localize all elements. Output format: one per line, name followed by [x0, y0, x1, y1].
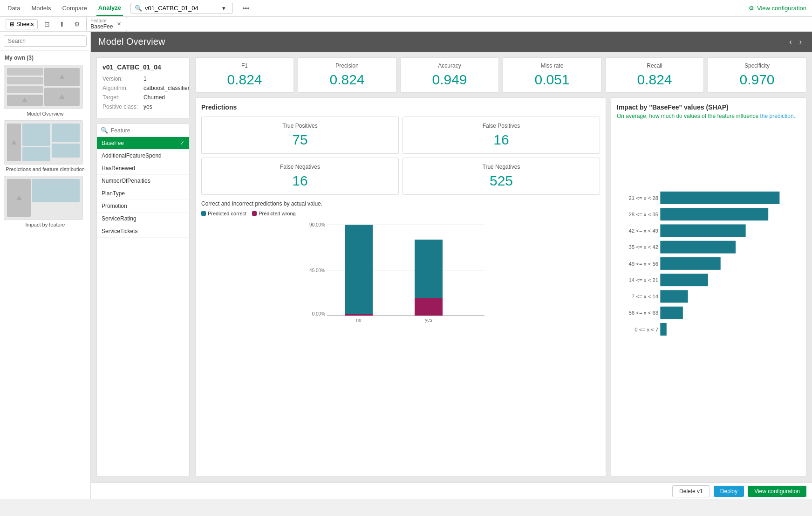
svg-text:56 <= x < 63: 56 <= x < 63	[629, 310, 659, 316]
version-value: 1	[143, 76, 147, 82]
model-search-input[interactable]	[145, 5, 219, 12]
export-button[interactable]: ⬆	[56, 19, 68, 30]
svg-text:no: no	[356, 317, 362, 323]
cm-value: 16	[207, 173, 393, 189]
svg-text:0 <= x < 7: 0 <= x < 7	[635, 327, 658, 332]
metric-label: Precision	[304, 62, 390, 69]
view-config-button[interactable]: View configuration	[748, 486, 806, 497]
info-row-positive-class: Positive class: yes	[102, 103, 184, 110]
sidebar-search[interactable]	[0, 32, 90, 51]
sidebar-items: Model Overview	[0, 63, 90, 499]
nav-analyze[interactable]: Analyze	[96, 0, 123, 16]
left-panel: v01_CATBC_01_04 Version: 1 Algorithm: ca…	[96, 57, 190, 477]
view-config-link[interactable]: ⚙ View configuration	[749, 5, 806, 12]
page-title: Model Overview	[98, 36, 165, 47]
metric-label: F1	[201, 62, 288, 69]
sliders-icon: ⚙	[749, 5, 754, 12]
sidebar-item-impact[interactable]: Impact by feature	[0, 174, 90, 229]
model-name: v01_CATBC_01_04	[102, 63, 184, 71]
thumb-model-overview	[4, 65, 83, 109]
svg-text:0.00%: 0.00%	[312, 311, 325, 316]
metric-value: 0.824	[304, 72, 390, 88]
search-icon: 🔍	[135, 5, 142, 12]
sidebar-section-label: My own (3)	[0, 51, 90, 63]
model-search-bar[interactable]: 🔍 ▾	[130, 3, 233, 14]
legend-label: Predicted wrong	[259, 211, 296, 216]
predictions-panel: Predictions True Positives75False Positi…	[195, 97, 606, 477]
shap-bar	[660, 307, 683, 319]
feature-list-card: 🔍 BaseFee✓AdditionalFeatureSpendHasRenew…	[96, 124, 190, 477]
feature-search[interactable]: 🔍	[97, 124, 189, 137]
svg-rect-8	[345, 314, 373, 316]
sidebar: My own (3)	[0, 32, 91, 499]
feature-item[interactable]: ServiceTickets	[97, 225, 189, 238]
version-label: Version:	[102, 76, 140, 82]
feature-item[interactable]: Promotion	[97, 200, 189, 213]
legend-item: Predicted correct	[201, 211, 246, 216]
thumb-predictions	[4, 120, 83, 165]
target-value: Churned	[143, 94, 165, 101]
feature-item[interactable]: AdditionalFeatureSpend	[97, 150, 189, 162]
shap-bar	[660, 241, 736, 254]
content-area: Model Overview ‹ › v01_CATBC_01_04 Versi…	[91, 32, 812, 499]
grid-icon: ⊞	[10, 21, 14, 28]
delete-button[interactable]: Delete v1	[672, 485, 710, 497]
nav-data[interactable]: Data	[6, 1, 22, 15]
legend-dot	[252, 211, 257, 216]
zoom-fit-button[interactable]: ⊡	[41, 19, 53, 30]
cm-label: False Negatives	[207, 164, 393, 170]
metric-label: Miss rate	[509, 62, 595, 69]
close-tab-button[interactable]: ✕	[115, 20, 123, 28]
feature-search-input[interactable]	[111, 127, 185, 134]
feature-item[interactable]: NumberOfPenalties	[97, 175, 189, 187]
feature-item[interactable]: PlanType	[97, 187, 189, 200]
sidebar-item-model-overview[interactable]: Model Overview	[0, 63, 90, 118]
nav-compare[interactable]: Compare	[60, 1, 89, 15]
sidebar-item-predictions[interactable]: Predictions and feature distribution	[0, 118, 90, 174]
more-options-button[interactable]: •••	[240, 3, 252, 14]
main-layout: My own (3)	[0, 32, 812, 499]
settings-button[interactable]: ⚙	[71, 19, 82, 30]
right-section: F10.824Precision0.824Accuracy0.949Miss r…	[195, 57, 806, 477]
cm-value: 16	[409, 132, 594, 148]
bar-chart: 90.00% 45.00% 0.00%	[201, 220, 600, 323]
metrics-row: F10.824Precision0.824Accuracy0.949Miss r…	[195, 57, 806, 93]
confusion-cell: True Positives75	[201, 117, 399, 154]
algorithm-value: catboost_classifier	[143, 85, 190, 91]
cm-value: 75	[207, 132, 393, 148]
chevron-down-icon: ▾	[222, 5, 225, 12]
metric-label: Specificity	[714, 62, 800, 69]
svg-text:28 <= x < 35: 28 <= x < 35	[629, 212, 659, 217]
sub-nav: ⊞ Sheets ⊡ ⬆ ⚙ Feature BaseFee ✕	[0, 17, 812, 32]
target-label: Target:	[102, 94, 140, 101]
feature-item[interactable]: HasRenewed	[97, 162, 189, 175]
shap-chart-container: 21 <= x < 2828 <= x < 3542 <= x < 4935 <…	[617, 125, 800, 471]
sidebar-search-input[interactable]	[4, 35, 87, 47]
metric-card: Specificity0.970	[708, 57, 806, 93]
metric-label: Recall	[611, 62, 698, 69]
nav-models[interactable]: Models	[29, 1, 53, 15]
sheets-button[interactable]: ⊞ Sheets	[6, 19, 38, 29]
feature-list: BaseFee✓AdditionalFeatureSpendHasRenewed…	[97, 137, 189, 476]
metric-value: 0.824	[611, 72, 698, 88]
feature-item[interactable]: ServiceRating	[97, 213, 189, 225]
svg-text:90.00%: 90.00%	[309, 222, 325, 227]
predictions-title: Predictions	[201, 103, 600, 111]
deploy-button[interactable]: Deploy	[714, 486, 744, 497]
metric-value: 0.824	[201, 72, 288, 88]
feature-tab[interactable]: Feature BaseFee ✕	[86, 17, 127, 31]
shap-bar	[660, 192, 779, 204]
page-next-button[interactable]: ›	[797, 37, 805, 47]
svg-text:21 <= x < 28: 21 <= x < 28	[629, 195, 659, 201]
model-info-card: v01_CATBC_01_04 Version: 1 Algorithm: ca…	[96, 57, 190, 119]
confusion-cell: False Positives16	[403, 117, 600, 154]
page-prev-button[interactable]: ‹	[786, 37, 794, 47]
svg-text:14 <= x < 21: 14 <= x < 21	[629, 277, 659, 283]
shap-bar	[660, 274, 708, 286]
svg-text:45.00%: 45.00%	[309, 268, 325, 273]
cm-value: 525	[409, 173, 594, 189]
metric-card: Precision0.824	[298, 57, 396, 93]
svg-rect-10	[415, 298, 443, 316]
shap-bar	[660, 323, 666, 336]
feature-item[interactable]: BaseFee✓	[97, 137, 189, 150]
